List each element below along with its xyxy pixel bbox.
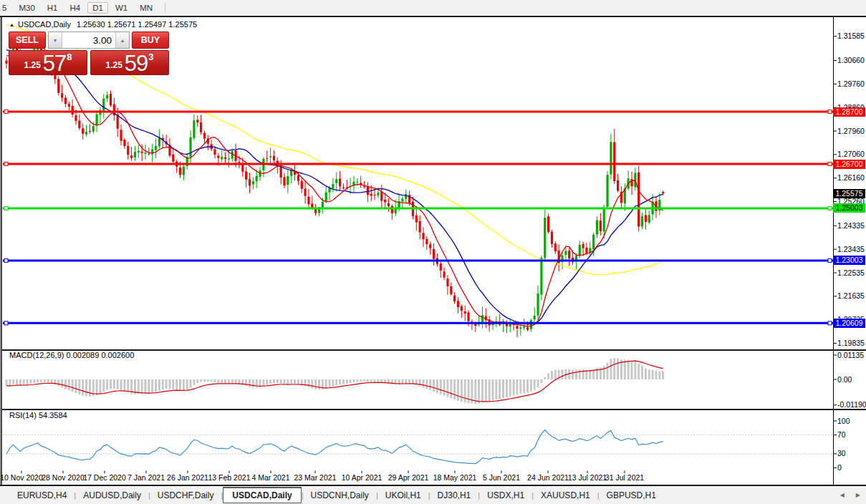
buy-price-tile[interactable]: 1.25593 <box>90 50 169 75</box>
buy-button[interactable]: BUY <box>132 32 169 49</box>
tab-gbpusd-h1[interactable]: GBPUSD,H1 <box>600 489 663 502</box>
toolbar-divider <box>165 3 165 13</box>
symbol-tab-bar: EURUSD,H4|AUDUSD,Daily|USDCHF,Daily|USDC… <box>0 486 866 504</box>
collapse-panel-icon[interactable]: ▲ <box>9 22 14 27</box>
timeframe-button-5[interactable]: 5 <box>0 2 11 14</box>
tab-usdcad-daily[interactable]: USDCAD,Daily <box>223 487 301 503</box>
tab-ukoil-h1[interactable]: UKOil,H1 <box>378 489 428 502</box>
timeframe-button-h4[interactable]: H4 <box>64 2 85 14</box>
tab-usdchf-daily[interactable]: USDCHF,Daily <box>150 489 221 502</box>
date-axis-label: 10 Nov 2020 <box>0 473 43 482</box>
buy-price-big: 59 <box>125 53 148 74</box>
volume-decrease-icon[interactable]: ▼ <box>49 32 62 48</box>
tab-usdx-h1[interactable]: USDX,H1 <box>480 489 531 502</box>
date-axis-label: 28 Nov 2020 <box>42 473 85 482</box>
tab-audusd-daily[interactable]: AUDUSD,Daily <box>76 489 148 502</box>
chart-symbol-label: USDCAD,Daily <box>18 20 71 29</box>
tab-eurusd-h4[interactable]: EURUSD,H4 <box>10 489 74 502</box>
tab-scroll-right-icon[interactable]: ▶ <box>856 492 860 498</box>
buy-price-small: 1.25 <box>105 60 122 70</box>
timeframe-button-mn[interactable]: MN <box>135 2 158 14</box>
tab-dj30-h1[interactable]: DJ30,H1 <box>430 489 478 502</box>
macd-indicator-label: MACD(12,26,9) 0.002089 0.002600 <box>9 351 134 359</box>
timeframe-button-m30[interactable]: M30 <box>14 2 39 14</box>
date-axis-label: 18 May 2021 <box>433 473 477 482</box>
chart-title: ▲USDCAD,Daily1.25630 1.25671 1.25497 1.2… <box>9 20 197 29</box>
sell-price-small: 1.25 <box>24 60 40 70</box>
buy-price-sup: 3 <box>148 52 153 62</box>
sell-price-sup: 8 <box>67 52 72 62</box>
sell-button[interactable]: SELL <box>9 32 46 49</box>
date-axis-label: 10 Apr 2021 <box>342 473 383 482</box>
date-axis-label: 31 Jul 2021 <box>605 473 644 482</box>
timeframe-button-d1[interactable]: D1 <box>87 2 108 14</box>
date-axis-label: 26 Jan 2021 <box>167 473 208 482</box>
one-click-trade-panel: SELL ▼ ▲ BUY 1.25578 1.25593 <box>9 32 169 75</box>
date-axis-label: 23 Mar 2021 <box>294 473 337 482</box>
date-axis-label: 17 Dec 2020 <box>83 473 126 482</box>
date-axis-label: 5 Jun 2021 <box>483 473 520 482</box>
volume-spinner: ▼ ▲ <box>48 32 130 49</box>
chart-ohlc-readout: 1.25630 1.25671 1.25497 1.25575 <box>77 20 197 29</box>
date-axis-label: 13 Jul 2021 <box>568 473 607 482</box>
timeframe-button-h1[interactable]: H1 <box>42 2 63 14</box>
date-axis-label: 13 Feb 2021 <box>208 473 251 482</box>
date-axis-label: 7 Jan 2021 <box>128 473 165 482</box>
tab-scroll-left-icon[interactable]: ◀ <box>840 492 845 498</box>
date-axis-label: 24 Jun 2021 <box>527 473 569 482</box>
sell-price-big: 57 <box>43 53 66 74</box>
timeframe-button-w1[interactable]: W1 <box>110 2 133 14</box>
date-axis-label: 29 Apr 2021 <box>388 473 429 482</box>
chart-canvas[interactable] <box>0 0 866 504</box>
tab-xauusd-h1[interactable]: XAUUSD,H1 <box>534 489 597 502</box>
date-axis-label: 4 Mar 2021 <box>251 473 289 482</box>
tab-usdcnh-daily[interactable]: USDCNH,Daily <box>304 489 376 502</box>
timeframe-toolbar: 5M30H1H4D1W1MN <box>0 0 866 16</box>
volume-increase-icon[interactable]: ▲ <box>115 32 129 48</box>
rsi-indicator-label: RSI(14) 54.3584 <box>9 411 67 420</box>
sell-price-tile[interactable]: 1.25578 <box>9 50 87 75</box>
volume-input[interactable] <box>62 32 115 48</box>
